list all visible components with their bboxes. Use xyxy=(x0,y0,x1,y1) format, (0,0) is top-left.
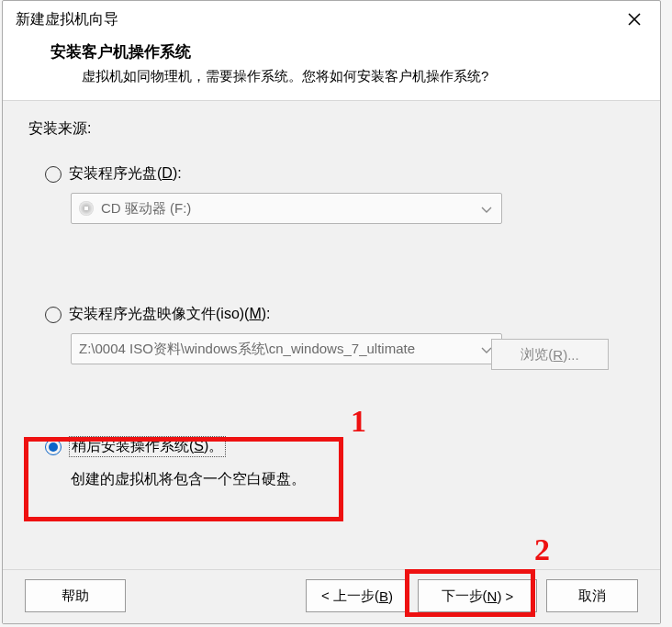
radio-disc[interactable] xyxy=(45,166,62,183)
option-iso[interactable]: 安装程序光盘映像文件(iso)(M): xyxy=(45,305,634,324)
back-button[interactable]: < 上一步(B) xyxy=(306,579,409,612)
cd-icon xyxy=(79,201,94,216)
option-iso-label: 安装程序光盘映像文件(iso)(M): xyxy=(69,305,271,324)
wizard-header: 安装客户机操作系统 虚拟机如同物理机，需要操作系统。您将如何安装客户机操作系统? xyxy=(3,36,660,101)
next-button[interactable]: 下一步(N) > xyxy=(418,579,537,612)
close-button[interactable] xyxy=(622,6,647,32)
iso-path-value: Z:\0004 ISO资料\windows系统\cn_windows_7_ult… xyxy=(79,341,494,358)
window-title: 新建虚拟机向导 xyxy=(16,10,118,29)
help-button[interactable]: 帮助 xyxy=(25,579,126,612)
source-label: 安装来源: xyxy=(28,119,634,139)
close-icon xyxy=(627,12,642,27)
disc-drive-value: CD 驱动器 (F:) xyxy=(101,200,191,218)
wizard-dialog: 新建虚拟机向导 安装客户机操作系统 虚拟机如同物理机，需要操作系统。您将如何安装… xyxy=(2,0,661,624)
header-title: 安装客户机操作系统 xyxy=(50,41,623,62)
title-bar: 新建虚拟机向导 xyxy=(3,1,660,36)
radio-iso[interactable] xyxy=(45,307,62,323)
header-description: 虚拟机如同物理机，需要操作系统。您将如何安装客户机操作系统? xyxy=(50,68,623,85)
option-disc-label: 安装程序光盘(D): xyxy=(69,164,182,184)
disc-drive-combo[interactable]: CD 驱动器 (F:) xyxy=(71,193,502,224)
iso-path-combo[interactable]: Z:\0004 ISO资料\windows系统\cn_windows_7_ult… xyxy=(71,333,502,364)
option-later[interactable]: 稍后安装操作系统(S)。 xyxy=(45,436,634,457)
option-disc[interactable]: 安装程序光盘(D): xyxy=(45,164,634,184)
chevron-down-icon xyxy=(481,201,492,217)
option-later-label: 稍后安装操作系统(S)。 xyxy=(69,436,226,457)
cancel-button[interactable]: 取消 xyxy=(546,579,638,612)
wizard-body: 安装来源: 安装程序光盘(D): CD 驱动器 (F:) 安装程序光盘映像文件(… xyxy=(3,101,660,569)
browse-button[interactable]: 浏览(R)... xyxy=(491,339,609,370)
radio-later[interactable] xyxy=(45,439,62,455)
wizard-footer: 帮助 < 上一步(B) 下一步(N) > 取消 xyxy=(3,569,660,623)
option-later-note: 创建的虚拟机将包含一个空白硬盘。 xyxy=(71,470,634,489)
